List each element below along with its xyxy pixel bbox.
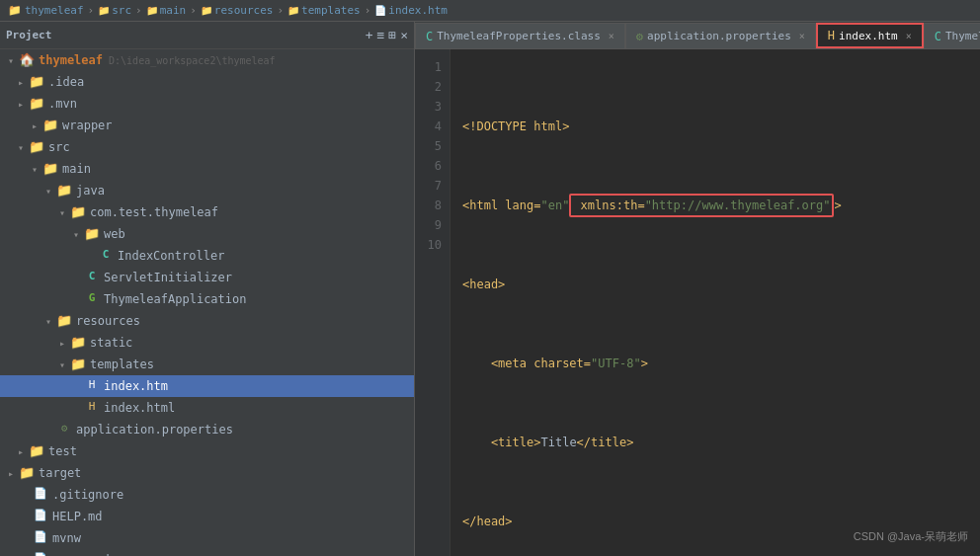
test-folder-icon: 📁 [28, 443, 45, 459]
tree-target[interactable]: 📁 target [0, 462, 414, 484]
tree-indexhtml[interactable]: H index.html [0, 397, 414, 419]
code-token: <meta charset= [462, 354, 591, 373]
indexcontroller-icon: C [97, 248, 115, 264]
tree-mvnwcmd[interactable]: 📄 mvnw.cmd [0, 549, 414, 556]
tree-test[interactable]: 📁 test [0, 440, 414, 462]
tree-idea[interactable]: 📁 .idea [0, 71, 414, 93]
resources-folder-icon: 📁 [55, 313, 73, 329]
tab-label-indexhtm: index.htm [839, 30, 898, 42]
tree-arrow-wrapper [28, 120, 41, 131]
tab-class-icon-2: C [935, 30, 941, 43]
bc-sep-5: › [365, 4, 371, 17]
bc-resources[interactable]: resources [214, 4, 274, 17]
close-sidebar-icon[interactable]: × [400, 28, 408, 42]
tree-arrow-templates [55, 359, 69, 370]
target-folder-icon: 📁 [18, 465, 36, 481]
tree-arrow-resources [41, 316, 55, 327]
tree-com[interactable]: 📁 com.test.thymeleaf [0, 201, 414, 223]
code-line-1: <!DOCTYPE html> [462, 117, 968, 136]
sidebar: Project + ≡ ⊞ × 🏠 thymeleaf D:\idea_work… [0, 22, 415, 556]
tree-resources[interactable]: 📁 resources [0, 310, 414, 332]
code-token: Title [540, 433, 576, 452]
tree-indexhtm[interactable]: H index.htm [0, 375, 414, 397]
tab-indexhtm[interactable]: H index.htm × [816, 23, 924, 48]
xmlns-highlight: xmlns:th="http://www.thymeleaf.org" [569, 194, 834, 217]
project-folder-icon: 🏠 [18, 52, 36, 68]
tree-indexcontroller[interactable]: C IndexController [0, 245, 414, 267]
src-label: src [48, 140, 70, 154]
servlet-icon: C [83, 270, 101, 285]
wrapper-folder-icon: 📁 [41, 118, 59, 133]
idea-label: .idea [48, 75, 84, 89]
tree-arrow-com [55, 207, 69, 218]
tab-application[interactable]: ⚙ application.properties × [625, 23, 816, 48]
tree-java[interactable]: 📁 java [0, 180, 414, 201]
tree-mvnw[interactable]: 📄 mvnw [0, 527, 414, 549]
expand-icon[interactable]: ⊞ [388, 28, 396, 42]
appprops-label: application.properties [76, 423, 233, 437]
tree-wrapper[interactable]: 📁 wrapper [0, 115, 414, 136]
bc-main-icon: 📁 [146, 5, 158, 16]
tree-static[interactable]: 📁 static [0, 332, 414, 354]
editor-area: C ThymeleafProperties.class × ⚙ applicat… [415, 22, 980, 556]
code-token: "en" [540, 196, 569, 215]
tab-label-thymeleafproperties: ThymeleafProperties.class [437, 30, 601, 42]
tree-gitignore[interactable]: 📄 .gitignore [0, 484, 414, 506]
tree-arrow-test [14, 446, 28, 457]
code-container: 1 2 3 4 5 6 7 8 9 10 <!DOCTYPE html> <ht… [415, 49, 980, 556]
bc-indexhtm[interactable]: index.htm [388, 4, 448, 17]
tree-helpmd[interactable]: 📄 HELP.md [0, 506, 414, 527]
tree-arrow-web [69, 229, 83, 240]
sidebar-header: Project + ≡ ⊞ × [0, 22, 414, 49]
code-token: "UTF-8" [591, 354, 641, 373]
add-icon[interactable]: + [366, 28, 373, 42]
tab-label-thymeleafa: ThymeleafA [945, 30, 980, 42]
indexhtm-icon: H [83, 378, 101, 394]
sidebar-content: 🏠 thymeleaf D:\idea_workspace2\thymeleaf… [0, 49, 414, 556]
tab-thymeleafa[interactable]: C ThymeleafA × [924, 23, 980, 48]
code-line-3: <head> [462, 275, 968, 294]
line-numbers: 1 2 3 4 5 6 7 8 9 10 [415, 49, 450, 556]
bc-folder-icon: 📁 [8, 4, 22, 17]
code-editor[interactable]: <!DOCTYPE html> <html lang="en" xmlns:th… [450, 49, 980, 556]
bc-thymeleaf[interactable]: thymeleaf [25, 4, 84, 17]
java-label: java [76, 184, 105, 198]
bc-main[interactable]: main [160, 4, 187, 17]
static-folder-icon: 📁 [69, 335, 87, 351]
test-label: test [48, 444, 77, 458]
tree-main[interactable]: 📁 main [0, 158, 414, 180]
tree-arrow-mvn [14, 99, 28, 110]
code-line-5: <title>Title</title> [462, 433, 968, 452]
settings-icon[interactable]: ≡ [377, 28, 385, 42]
tab-html-icon: H [828, 29, 835, 42]
tree-templates[interactable]: 📁 templates [0, 354, 414, 375]
code-line-4: <meta charset="UTF-8"> [462, 354, 968, 373]
com-folder-icon: 📁 [69, 204, 87, 220]
project-label: thymeleaf [39, 53, 103, 67]
bc-templates-icon: 📁 [287, 5, 299, 16]
code-token: <!DOCTYPE html> [462, 117, 569, 136]
resources-label: resources [76, 314, 140, 328]
tree-appprops[interactable]: ⚙ application.properties [0, 419, 414, 440]
tree-web[interactable]: 📁 web [0, 223, 414, 245]
mvnwcmd-icon: 📄 [32, 552, 49, 556]
tab-close-2[interactable]: × [799, 31, 805, 41]
tree-thymeleafapp[interactable]: G ThymeleafApplication [0, 288, 414, 310]
tab-props-icon: ⚙ [636, 30, 643, 43]
tree-mvn[interactable]: 📁 .mvn [0, 93, 414, 115]
tree-servletinitializer[interactable]: C ServletInitializer [0, 267, 414, 288]
bc-templates[interactable]: templates [301, 4, 361, 17]
tab-close-3[interactable]: × [906, 31, 912, 41]
code-token: <title> [462, 433, 540, 452]
tree-project-root[interactable]: 🏠 thymeleaf D:\idea_workspace2\thymeleaf [0, 49, 414, 71]
bc-resources-icon: 📁 [201, 5, 212, 16]
com-label: com.test.thymeleaf [90, 205, 218, 219]
templates-label: templates [90, 357, 154, 371]
tab-thymeleafproperties[interactable]: C ThymeleafProperties.class × [415, 23, 625, 48]
tree-src[interactable]: 📁 src [0, 136, 414, 158]
code-token: > [834, 196, 841, 215]
tab-close-1[interactable]: × [609, 31, 614, 41]
code-line-2: <html lang="en" xmlns:th="http://www.thy… [462, 196, 968, 215]
bc-src[interactable]: src [112, 4, 131, 17]
servlet-label: ServletInitializer [104, 271, 232, 284]
